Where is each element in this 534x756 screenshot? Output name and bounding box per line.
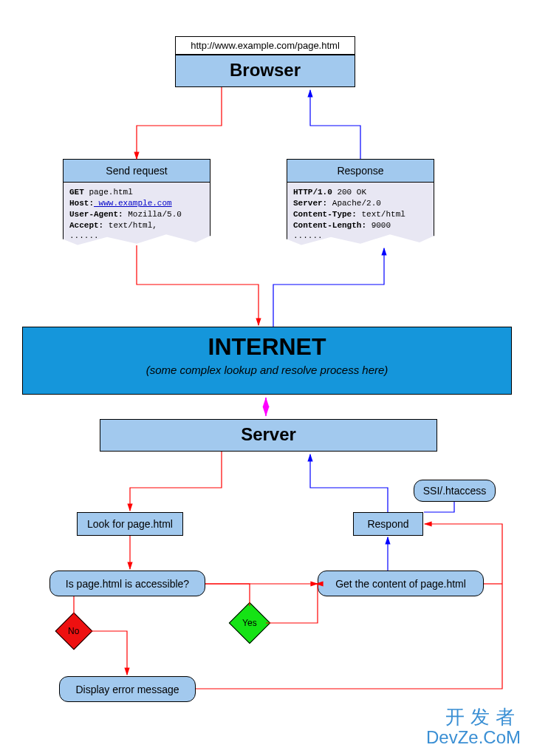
ssi-htaccess-node: SSI/.htaccess bbox=[414, 480, 496, 502]
no-decision: No bbox=[55, 613, 93, 650]
yes-decision: Yes bbox=[229, 602, 271, 644]
url-bar: http://www.example.com/page.html bbox=[175, 36, 355, 55]
respond-node: Respond bbox=[353, 512, 423, 536]
browser-box: Browser bbox=[175, 55, 355, 87]
get-content-node: Get the content of page.html bbox=[318, 571, 484, 596]
watermark-en: DevZe.CoM bbox=[426, 727, 521, 748]
request-header: Send request bbox=[63, 159, 210, 183]
look-for-page-node: Look for page.html bbox=[77, 512, 183, 536]
internet-box: INTERNET (some complex lookup and resolv… bbox=[22, 327, 512, 395]
watermark-cn: 开发者 bbox=[445, 704, 521, 730]
response-body: HTTP/1.0 200 OK Server: Apache/2.0 Conte… bbox=[287, 183, 434, 249]
display-error-node: Display error message bbox=[59, 676, 196, 702]
is-accessible-node: Is page.html is accessible? bbox=[49, 571, 205, 596]
server-box: Server bbox=[100, 419, 437, 452]
internet-title: INTERNET bbox=[23, 327, 511, 361]
yes-label: Yes bbox=[242, 618, 257, 628]
response-header: Response bbox=[287, 159, 434, 183]
internet-subtitle: (some complex lookup and resolve process… bbox=[23, 364, 511, 376]
request-body: GET page.html Host: www.example.com User… bbox=[63, 183, 210, 249]
no-label: No bbox=[68, 626, 79, 636]
